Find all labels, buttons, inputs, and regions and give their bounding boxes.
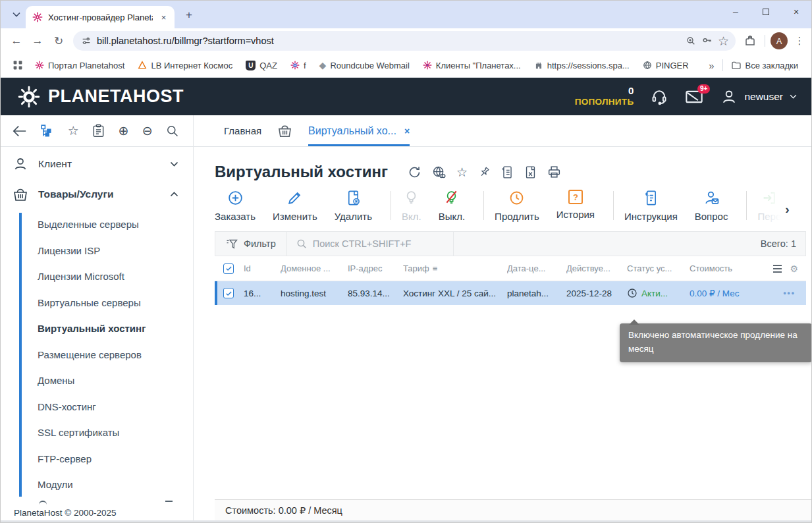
browser-reload-button[interactable]: ↻ — [49, 32, 68, 50]
column-header-ip[interactable]: IP-адрес — [348, 263, 403, 273]
bookmarks-overflow-chevrons[interactable]: » — [703, 60, 719, 71]
zoom-out-icon[interactable]: ⊖ — [142, 123, 153, 138]
sidebar-item-dedicated-servers[interactable]: Выделенные серверы — [1, 211, 193, 238]
table-row[interactable]: 16... hosting.test 85.93.14... Хостинг X… — [215, 281, 806, 305]
bookmark-item[interactable]: U QAZ — [240, 58, 283, 73]
sidebar-item-microsoft-licenses[interactable]: Лицензии Microsoft — [1, 263, 193, 290]
tasks-clipboard-icon[interactable] — [92, 124, 105, 138]
refresh-icon[interactable] — [408, 165, 421, 179]
sidebar-item-isp-licenses[interactable]: Лицензии ISP — [1, 238, 193, 264]
instruction-button[interactable]: Инструкция — [624, 190, 678, 222]
search-input[interactable] — [313, 238, 444, 249]
url-text[interactable]: bill.planetahost.ru/billmgr?startform=vh… — [97, 36, 680, 46]
browser-profile-avatar[interactable]: A — [771, 32, 788, 49]
column-header-status[interactable]: Статус ус... — [627, 263, 690, 273]
sidebar-item-ssl-certificates[interactable]: SSL сертификаты — [1, 420, 193, 446]
apps-grid-icon[interactable] — [9, 56, 27, 74]
brand-logo[interactable]: PLANETAHOST — [18, 86, 184, 108]
unread-count-badge: 9+ — [697, 84, 710, 94]
question-button[interactable]: Вопрос — [695, 190, 728, 222]
sidebar-item-domains[interactable]: Домены — [1, 368, 193, 394]
all-bookmarks-button[interactable]: Все закладки — [726, 57, 803, 73]
tab-virtual-hosting-active[interactable]: Виртуальный хо... × — [308, 115, 410, 146]
bookmark-item[interactable]: f — [285, 58, 311, 73]
bookmark-item[interactable]: Клиенты "Планетах... — [418, 58, 526, 73]
bookmark-item[interactable]: LB Интернет Космос — [132, 58, 238, 73]
prolong-button[interactable]: Продлить — [495, 190, 539, 222]
disable-button[interactable]: Выкл. — [439, 190, 465, 222]
sidebar-item-virtual-hosting[interactable]: Виртуальный хостинг — [1, 316, 193, 342]
burst-favicon-icon — [423, 61, 432, 70]
sidebar-group-products[interactable]: Товары/Услуги — [1, 181, 193, 207]
order-button[interactable]: Заказать — [215, 190, 256, 222]
tab-close-icon[interactable]: × — [404, 126, 410, 136]
favorites-star-icon[interactable]: ☆ — [68, 123, 79, 138]
toolbar-scroll-right-chevron[interactable]: › — [785, 202, 789, 217]
transfer-button[interactable]: Пере — [757, 190, 781, 222]
column-header-domain[interactable]: Доменное ... — [281, 263, 348, 273]
balance-topup-button[interactable]: 0 ПОПОЛНИТЬ — [575, 85, 634, 109]
globe-link-icon[interactable] — [432, 165, 446, 179]
tree-menu-icon[interactable] — [40, 124, 54, 138]
gear-icon[interactable]: ⚙ — [790, 263, 798, 274]
history-button[interactable]: ? История — [556, 190, 595, 220]
support-headset-icon[interactable] — [651, 88, 668, 105]
tab-home[interactable]: Главная — [224, 115, 261, 146]
triangle-favicon-icon — [138, 61, 147, 70]
row-checkbox[interactable] — [223, 288, 234, 298]
sidebar-item-clipped[interactable] — [1, 498, 193, 505]
bookmark-item[interactable]: PINGER — [637, 58, 694, 73]
export-excel-icon[interactable] — [524, 165, 537, 179]
browser-forward-button[interactable]: → — [28, 32, 47, 50]
select-all-checkbox[interactable] — [223, 263, 234, 274]
password-key-icon[interactable] — [701, 36, 713, 47]
global-search-icon[interactable] — [166, 124, 178, 137]
window-maximize-button[interactable] — [751, 1, 781, 23]
row-actions-ellipsis[interactable]: ••• — [763, 289, 806, 298]
zoom-page-icon[interactable] — [686, 36, 696, 46]
column-header-tariff[interactable]: Тариф ≡ — [403, 263, 507, 273]
site-info-tune-icon[interactable] — [81, 36, 92, 46]
omnibox[interactable]: bill.planetahost.ru/billmgr?startform=vh… — [73, 31, 736, 51]
window-minimize-button[interactable]: – — [720, 1, 751, 23]
sidebar-item-ftp-server[interactable]: FTP-сервер — [1, 446, 193, 472]
favorite-star-icon[interactable]: ☆ — [456, 166, 468, 179]
search-box[interactable] — [287, 232, 453, 256]
bulb-slash-icon — [444, 190, 459, 206]
sidebar-item-dns-hosting[interactable]: DNS-хостинг — [1, 394, 193, 420]
sidebar-group-client[interactable]: Клиент — [1, 151, 193, 177]
column-header-id[interactable]: Id — [244, 263, 281, 273]
bookmark-item[interactable]: Портал Planetahost — [30, 58, 130, 73]
sidebar-item-server-colocation[interactable]: Размещение серверов — [1, 342, 193, 368]
sidebar-item-virtual-servers[interactable]: Виртуальные серверы — [1, 290, 193, 316]
pin-icon[interactable] — [478, 166, 491, 179]
bookmark-star-icon[interactable]: ☆ — [718, 35, 729, 47]
autorenew-clock-icon[interactable] — [627, 288, 637, 298]
edit-button[interactable]: Изменить — [273, 190, 317, 222]
bookmark-item[interactable]: ◆ Roundcube Webmail — [314, 57, 415, 73]
messages-envelope-icon[interactable]: 9+ — [685, 89, 703, 105]
zoom-in-icon[interactable]: ⊕ — [118, 123, 128, 138]
cart-basket-icon[interactable] — [277, 115, 292, 146]
filter-button[interactable]: Фильтр — [215, 232, 286, 256]
browser-menu-kebab-icon[interactable]: ⋮ — [793, 35, 806, 47]
collapse-back-icon[interactable] — [13, 125, 27, 137]
browser-back-button[interactable]: ← — [7, 32, 26, 50]
row-height-icon[interactable] — [773, 265, 782, 273]
extensions-puzzle-icon[interactable] — [741, 32, 759, 50]
window-close-button[interactable]: × — [781, 1, 811, 23]
delete-button[interactable]: Удалить — [335, 190, 372, 222]
sidebar-item-modules[interactable]: Модули — [1, 472, 193, 498]
browser-tab[interactable]: Хостинг-провайдер PlanetaHo × — [26, 6, 175, 28]
user-menu[interactable]: newuser — [720, 88, 797, 105]
column-header-datacenter[interactable]: Дата-це... — [507, 263, 566, 273]
scroll-log-icon[interactable] — [501, 165, 514, 179]
tab-close-icon[interactable]: × — [158, 12, 169, 23]
column-header-valid-until[interactable]: Действуе... — [566, 263, 627, 273]
print-icon[interactable] — [547, 165, 561, 179]
bookmark-item[interactable]: https://sessions.spa... — [529, 58, 635, 73]
filter-bar: Фильтр Всего: 1 — [215, 231, 806, 256]
column-header-cost[interactable]: Стоимость — [690, 263, 763, 273]
tab-search-button[interactable] — [7, 5, 26, 24]
new-tab-button[interactable]: + — [180, 6, 198, 24]
